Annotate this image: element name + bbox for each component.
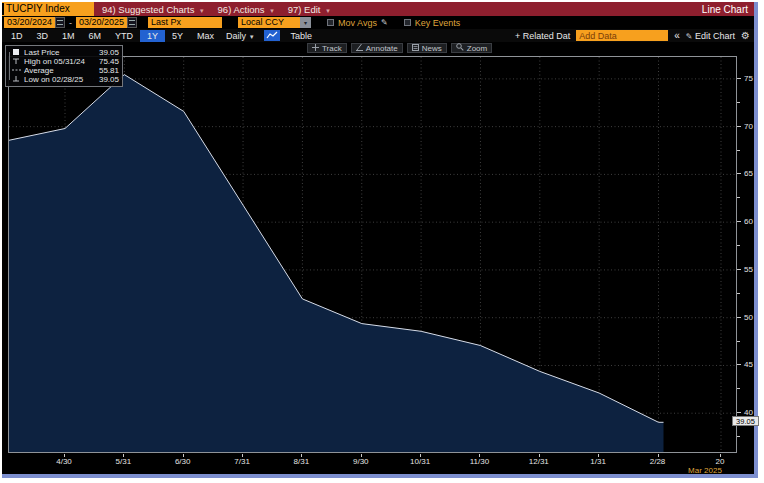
tab-max[interactable]: Max [190, 30, 221, 42]
collapse-toolbar-button[interactable]: « [674, 30, 680, 41]
x-axis-label: 2/28 [650, 457, 666, 466]
legend-label: High on 05/31/24 [24, 57, 99, 66]
y-axis: 4045505560657075 [737, 56, 759, 454]
related-data-button[interactable]: + Related Dat [515, 31, 570, 41]
pencil-icon[interactable]: ✎ [381, 18, 388, 27]
menu--actions[interactable]: 96) Actions ▾ [218, 4, 274, 15]
menu--edit[interactable]: 97) Edit ▾ [288, 4, 330, 15]
chevron-down-icon: ▾ [200, 7, 204, 14]
key-events-checkbox[interactable] [404, 19, 411, 26]
y-axis-label: 45 [744, 360, 753, 369]
mov-avgs-checkbox[interactable] [327, 19, 334, 26]
y-axis-minor-tick [737, 245, 740, 246]
chart-legend: Last Price39.05High on 05/31/2475.45Aver… [5, 45, 123, 87]
window-title: Line Chart [702, 4, 754, 15]
x-axis-label: 4/30 [56, 457, 72, 466]
x-axis: 4/305/316/307/318/319/3010/3111/3012/311… [8, 454, 737, 474]
y-axis-tick [737, 364, 741, 365]
tab-3d[interactable]: 3D [30, 30, 56, 42]
zoom-button[interactable]: Zoom [451, 43, 492, 53]
table-tab[interactable]: Table [284, 30, 320, 42]
legend-row: Low on 02/28/2539.05 [10, 75, 119, 84]
chevron-down-icon: ▾ [270, 7, 274, 14]
tab-1m[interactable]: 1M [55, 30, 82, 42]
line-chart-icon [266, 31, 278, 40]
tabs-row: 1D3D1M6MYTD1Y5YMax Daily ▼ Table + Relat… [2, 29, 754, 42]
legend-value: 39.05 [99, 48, 119, 57]
x-axis-label: 1/31 [590, 457, 606, 466]
periodicity-label: Daily [226, 31, 246, 41]
annotate-icon [356, 44, 363, 53]
legend-label: Last Price [24, 48, 99, 57]
news-icon [412, 44, 419, 53]
tab-ytd[interactable]: YTD [108, 30, 140, 42]
y-axis-minor-tick [737, 388, 740, 389]
legend-tree-line [9, 52, 10, 80]
date-range-dash: - [69, 18, 72, 28]
y-axis-tick [737, 269, 741, 270]
x-axis-label: 7/31 [234, 457, 250, 466]
y-axis-tick [737, 126, 741, 127]
calendar-icon[interactable] [55, 17, 65, 28]
plot-frame[interactable] [8, 56, 737, 453]
calendar-icon[interactable] [127, 17, 137, 28]
y-axis-tick [737, 78, 741, 79]
y-axis-label: 60 [744, 217, 753, 226]
track-icon [312, 44, 319, 53]
track-button[interactable]: Track [307, 43, 347, 53]
tab-5y[interactable]: 5Y [165, 30, 190, 42]
tab-1y[interactable]: 1Y [140, 30, 165, 42]
menu-bar: 94) Suggested Charts ▾96) Actions ▾97) E… [102, 4, 330, 15]
y-axis-minor-tick [737, 150, 740, 151]
legend-row: Last Price39.05 [10, 48, 119, 57]
periodicity-select[interactable]: Daily ▼ [221, 30, 259, 42]
gear-icon[interactable]: ⚙ [741, 30, 750, 41]
edit-chart-label: Edit Chart [695, 31, 735, 41]
y-axis-minor-tick [737, 436, 740, 437]
legend-value: 55.81 [99, 66, 119, 75]
y-axis-tick [737, 221, 741, 222]
range-tabs: 1D3D1M6MYTD1Y5YMax [4, 30, 221, 42]
terminal-window: TUCPIY Index 94) Suggested Charts ▾96) A… [2, 2, 758, 478]
x-axis-label: 9/30 [353, 457, 369, 466]
y-axis-minor-tick [737, 341, 740, 342]
x-axis-label: 10/31 [410, 457, 430, 466]
y-axis-label: 75 [744, 73, 753, 82]
legend-row: High on 05/31/2475.45 [10, 57, 119, 66]
line-chart-type-button[interactable] [264, 30, 280, 41]
date-to-input[interactable]: 03/20/2025 [76, 17, 127, 28]
x-axis-label: 8/31 [294, 457, 310, 466]
y-axis-tick [737, 317, 741, 318]
y-axis-minor-tick [737, 102, 740, 103]
x-axis-month-label: Mar 2025 [688, 466, 722, 475]
y-axis-tick [737, 412, 741, 413]
y-axis-label: 50 [744, 312, 753, 321]
news-button[interactable]: News [407, 43, 447, 53]
edit-chart-button[interactable]: ✎ Edit Chart [686, 31, 735, 41]
legend-label: Average [24, 66, 99, 75]
tab-1d[interactable]: 1D [4, 30, 30, 42]
menu--suggested-charts[interactable]: 94) Suggested Charts ▾ [102, 4, 204, 15]
pencil-icon: ✎ [686, 32, 693, 41]
price-area-chart [9, 57, 736, 452]
x-axis-label: 12/31 [529, 457, 549, 466]
date-from-input[interactable]: 03/20/2024 [4, 17, 55, 28]
chart-area: TrackAnnotateNewsZoom Last Price39.05Hig… [2, 42, 754, 474]
y-axis-label: 70 [744, 121, 753, 130]
chevron-down-icon[interactable]: ▾ [300, 17, 311, 28]
zoom-icon [456, 43, 464, 53]
y-axis-tick [737, 173, 741, 174]
add-data-input[interactable] [576, 30, 668, 41]
ticker-field[interactable]: TUCPIY Index [2, 2, 94, 16]
legend-label: Low on 02/28/25 [24, 75, 99, 84]
y-axis-minor-tick [737, 197, 740, 198]
tab-6m[interactable]: 6M [82, 30, 109, 42]
controls-row: 03/20/2024 - 03/20/2025 Last Px Local CC… [2, 16, 754, 29]
price-field-select[interactable]: Last Px [148, 17, 222, 28]
screen: TUCPIY Index 94) Suggested Charts ▾96) A… [0, 0, 764, 483]
annotate-button[interactable]: Annotate [351, 43, 403, 53]
chart-toolbar: TrackAnnotateNewsZoom [307, 43, 492, 53]
x-axis-label: 5/31 [116, 457, 132, 466]
currency-select[interactable]: Local CCY [238, 17, 300, 28]
mov-avgs-label: Mov Avgs [338, 18, 377, 28]
